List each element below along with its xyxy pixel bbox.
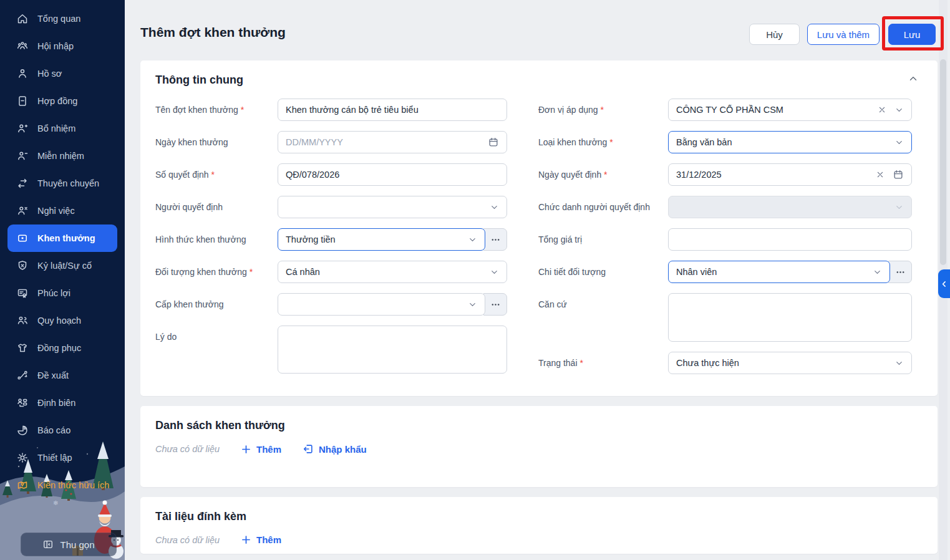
sidebar-item-quy-hoach[interactable]: Quy hoạch bbox=[0, 307, 125, 334]
general-info-form: Tên đợt khen thưởng Ngày khen thưởng Số … bbox=[155, 99, 923, 384]
chevron-down-icon bbox=[468, 235, 477, 244]
sidebar-item-nghi-viec[interactable]: Nghỉ việc bbox=[0, 197, 125, 224]
field-label: Đơn vị áp dụng bbox=[538, 99, 668, 115]
nguoi-quyet-dinh-select[interactable] bbox=[278, 196, 507, 218]
chevron-up-icon[interactable] bbox=[908, 73, 919, 84]
field-nguoi-quyet-dinh: Người quyết định bbox=[155, 196, 507, 218]
form-right-column: Đơn vị áp dụng CÔNG TY CỔ PHẦN CSM Loại … bbox=[538, 99, 912, 384]
tong-gia-tri-input[interactable] bbox=[676, 234, 904, 244]
scrollbar-thumb[interactable] bbox=[940, 59, 946, 265]
sidebar-item-kien-thuc[interactable]: Kiến thức hữu ích bbox=[0, 471, 125, 499]
ngay-khen-thuong-wrap bbox=[278, 131, 507, 153]
sidebar-nav: Tổng quan Hội nhập Hồ sơ Hợp đồng Bổ nhi… bbox=[0, 5, 125, 499]
sidebar-item-label: Thuyên chuyển bbox=[37, 178, 99, 188]
save-button[interactable]: Lưu bbox=[888, 24, 936, 45]
sidebar-item-thiet-lap[interactable]: Thiết lập bbox=[0, 444, 125, 471]
don-vi-select[interactable]: CÔNG TY CỔ PHẦN CSM bbox=[668, 99, 912, 121]
attachments-title: Tài liệu đính kèm bbox=[155, 510, 923, 523]
sidebar-item-hoi-nhap[interactable]: Hội nhập bbox=[0, 32, 125, 60]
add-label: Thêm bbox=[256, 444, 281, 455]
field-hinh-thuc: Hình thức khen thưởng Thưởng tiền bbox=[155, 228, 507, 251]
field-label: Tổng giá trị bbox=[538, 228, 668, 245]
benefits-icon bbox=[16, 287, 29, 299]
sidebar-item-khen-thuong[interactable]: Khen thưởng bbox=[7, 224, 117, 252]
calendar-icon[interactable] bbox=[893, 169, 904, 180]
sidebar-item-thuyen-chuyen[interactable]: Thuyên chuyển bbox=[0, 170, 125, 197]
field-can-cu: Căn cứ bbox=[538, 293, 912, 342]
sidebar-item-label: Kỷ luật/Sự cố bbox=[37, 261, 92, 271]
appointment-icon bbox=[16, 122, 29, 135]
main-content: Thêm đợt khen thưởng Hủy Lưu và thêm Lưu… bbox=[125, 0, 950, 560]
planning-icon bbox=[16, 314, 29, 327]
sidebar-collapse-button[interactable]: Thu gọn bbox=[21, 533, 117, 556]
ten-dot-input-wrap bbox=[278, 99, 507, 121]
side-panel-toggle[interactable] bbox=[938, 269, 950, 298]
sidebar-item-ho-so[interactable]: Hồ sơ bbox=[0, 60, 125, 87]
save-and-add-button[interactable]: Lưu và thêm bbox=[807, 24, 880, 45]
cancel-button[interactable]: Hủy bbox=[749, 24, 800, 45]
sidebar-item-dinh-bien[interactable]: Định biên bbox=[0, 389, 125, 417]
calendar-icon[interactable] bbox=[488, 137, 499, 148]
chevron-down-icon bbox=[894, 105, 904, 115]
reward-list-card: Danh sách khen thưởng Chưa có dữ liệu Th… bbox=[140, 406, 938, 487]
sidebar-item-bo-nhiem[interactable]: Bổ nhiệm bbox=[0, 115, 125, 142]
sidebar-item-tong-quan[interactable]: Tổng quan bbox=[0, 5, 125, 32]
clear-x-icon[interactable] bbox=[877, 105, 887, 115]
chevron-down-icon bbox=[873, 268, 882, 277]
sidebar-item-label: Kiến thức hữu ích bbox=[37, 480, 109, 490]
cap-khen-thuong-more-button[interactable] bbox=[483, 293, 507, 316]
field-label: Hình thức khen thưởng bbox=[155, 228, 278, 245]
sidebar-item-label: Định biên bbox=[37, 398, 75, 408]
hinh-thuc-select[interactable]: Thưởng tiền bbox=[278, 228, 485, 251]
so-quyet-dinh-input[interactable] bbox=[286, 170, 499, 180]
field-label: Lý do bbox=[155, 326, 278, 342]
resignation-icon bbox=[16, 205, 29, 217]
select-value: CÔNG TY CỔ PHẦN CSM bbox=[676, 105, 877, 115]
sidebar-item-dong-phuc[interactable]: Đồng phục bbox=[0, 334, 125, 362]
ngay-khen-thuong-input[interactable] bbox=[286, 137, 488, 147]
chevron-left-icon bbox=[940, 280, 948, 288]
chi-tiet-doi-tuong-select[interactable]: Nhân viên bbox=[668, 261, 890, 283]
hinh-thuc-more-button[interactable] bbox=[483, 228, 507, 251]
transfer-icon bbox=[16, 177, 29, 190]
reward-list-title: Danh sách khen thưởng bbox=[155, 419, 923, 432]
doi-tuong-select[interactable]: Cá nhân bbox=[278, 261, 507, 283]
cap-khen-thuong-select[interactable] bbox=[278, 293, 485, 316]
loai-khen-thuong-select[interactable]: Bằng văn bản bbox=[668, 131, 912, 153]
field-label: Đối tượng khen thưởng bbox=[155, 261, 278, 278]
panel-collapse-icon bbox=[42, 539, 54, 550]
clear-x-icon[interactable] bbox=[875, 170, 885, 180]
trang-thai-select[interactable]: Chưa thực hiện bbox=[668, 352, 912, 374]
sidebar-item-ky-luat[interactable]: Kỷ luật/Sự cố bbox=[0, 252, 125, 279]
field-label: Chi tiết đối tượng bbox=[538, 261, 668, 278]
select-value: Bằng văn bản bbox=[676, 137, 894, 147]
can-cu-textarea[interactable] bbox=[668, 293, 912, 342]
sidebar-item-mien-nhiem[interactable]: Miễn nhiệm bbox=[0, 142, 125, 170]
sidebar-item-de-xuat[interactable]: Đề xuất bbox=[0, 362, 125, 389]
svg-text:❄: ❄ bbox=[53, 500, 58, 506]
field-so-quyet-dinh: Số quyết định bbox=[155, 163, 507, 186]
add-reward-button[interactable]: Thêm bbox=[241, 444, 281, 455]
chevron-down-icon bbox=[490, 203, 499, 212]
select-value: Thưởng tiền bbox=[286, 234, 468, 244]
reward-list-empty-row: Chưa có dữ liệu Thêm Nhập khẩu bbox=[155, 443, 923, 455]
ly-do-textarea[interactable] bbox=[278, 326, 507, 374]
ngay-quyet-dinh-input[interactable] bbox=[676, 170, 875, 180]
plus-icon bbox=[241, 444, 251, 455]
sidebar-item-hop-dong[interactable]: Hợp đồng bbox=[0, 87, 125, 115]
add-attachment-button[interactable]: Thêm bbox=[241, 534, 281, 545]
sidebar-item-phuc-loi[interactable]: Phúc lợi bbox=[0, 279, 125, 307]
attachments-card: Tài liệu đính kèm Chưa có dữ liệu Thêm bbox=[140, 497, 938, 554]
sidebar-item-label: Đồng phục bbox=[37, 343, 81, 353]
field-ngay-quyet-dinh: Ngày quyết định bbox=[538, 163, 912, 186]
import-reward-button[interactable]: Nhập khẩu bbox=[303, 443, 367, 455]
sidebar-item-label: Báo cáo bbox=[37, 425, 70, 435]
select-value: Cá nhân bbox=[286, 267, 490, 277]
chi-tiet-doi-tuong-more-button[interactable] bbox=[888, 261, 912, 283]
sidebar-item-label: Phúc lợi bbox=[37, 288, 70, 298]
sidebar: Tổng quan Hội nhập Hồ sơ Hợp đồng Bổ nhi… bbox=[0, 0, 125, 560]
field-label: Số quyết định bbox=[155, 163, 278, 180]
sidebar-item-bao-cao[interactable]: Báo cáo bbox=[0, 417, 125, 444]
sidebar-item-label: Miễn nhiệm bbox=[37, 151, 84, 161]
ten-dot-input[interactable] bbox=[286, 105, 499, 115]
